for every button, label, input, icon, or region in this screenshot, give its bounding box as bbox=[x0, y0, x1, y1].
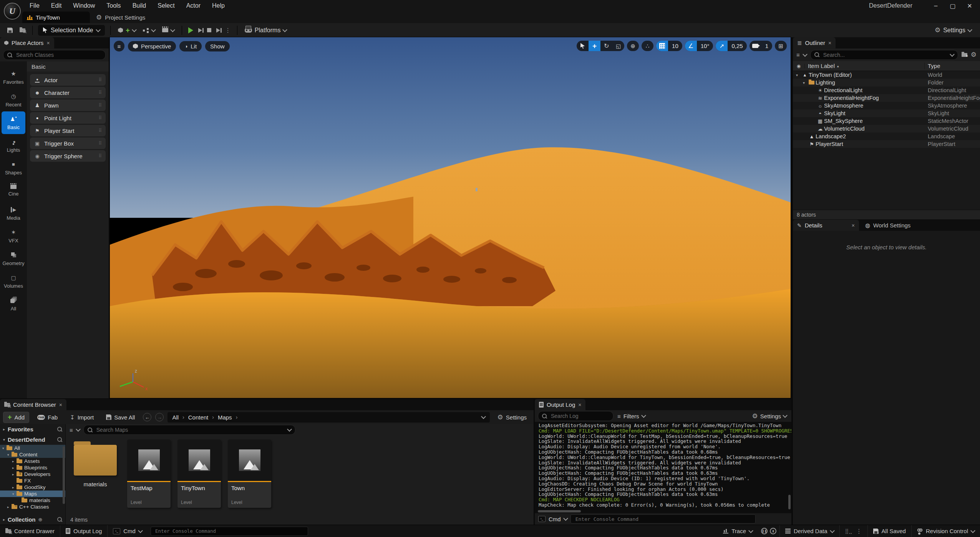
visibility-column-header[interactable]: ◉ bbox=[793, 64, 805, 68]
trace-pause-icon[interactable]: ❚❚ bbox=[761, 528, 768, 534]
breadcrumb-item[interactable]: All › bbox=[172, 414, 184, 421]
expander-icon[interactable] bbox=[12, 459, 17, 463]
close-icon[interactable]: × bbox=[852, 223, 855, 228]
back-icon[interactable]: ← bbox=[143, 413, 151, 421]
chevron-down-icon[interactable] bbox=[563, 516, 568, 521]
log-output[interactable]: LogAssetEditorSubsystem: Opening Asset e… bbox=[535, 422, 791, 513]
folder-tree-item[interactable]: Developers bbox=[0, 471, 65, 477]
search-classes-field[interactable] bbox=[15, 51, 101, 58]
search-log-input[interactable] bbox=[538, 411, 614, 421]
outliner-filter-icon[interactable]: ≡ bbox=[796, 52, 800, 58]
search-classes-input[interactable] bbox=[3, 50, 106, 60]
outliner-row[interactable]: TinyTown (Editor) World bbox=[793, 71, 980, 79]
search-icon[interactable] bbox=[57, 427, 62, 432]
outliner-row[interactable]: VolumetricCloud VolumetricCloud bbox=[793, 125, 980, 133]
drag-handle-icon[interactable]: ⠿ bbox=[98, 103, 102, 108]
drag-handle-icon[interactable]: ⠿ bbox=[98, 128, 102, 133]
details-tab[interactable]: ✎ Details × bbox=[793, 220, 859, 231]
category-item[interactable]: VFX bbox=[2, 225, 25, 247]
favorites-section-header[interactable]: ▸ Favorites bbox=[0, 424, 65, 434]
outliner-row[interactable]: Landscape2 Landscape bbox=[793, 133, 980, 140]
search-assets-field[interactable] bbox=[96, 426, 285, 433]
folder-tree-item[interactable]: Maps bbox=[0, 491, 65, 497]
content-drawer-button[interactable]: Content Drawer bbox=[0, 525, 60, 537]
blueprints-dropdown[interactable] bbox=[139, 25, 159, 36]
outliner-search-input[interactable] bbox=[810, 50, 958, 60]
menu-item[interactable]: Select bbox=[152, 0, 180, 12]
chevron-down-icon[interactable] bbox=[950, 52, 955, 57]
project-section-header[interactable]: ▾ DesertDefend bbox=[0, 434, 65, 445]
camera-speed-control[interactable]: 1 bbox=[750, 41, 772, 51]
folder-tree-item[interactable]: GoodSky bbox=[0, 484, 65, 491]
menu-item[interactable]: Help bbox=[206, 0, 230, 12]
outliner-row[interactable]: ExponentialHeightFog ExponentialHeightFo… bbox=[793, 94, 980, 102]
import-button[interactable]: ↧ Import bbox=[66, 412, 98, 423]
world-settings-tab[interactable]: ◍ World Settings bbox=[859, 219, 917, 231]
status-console-field[interactable] bbox=[154, 528, 304, 534]
placeable-actor-item[interactable]: Player Start ⠿ bbox=[30, 125, 106, 136]
category-item[interactable]: All bbox=[2, 293, 25, 315]
new-folder-icon[interactable] bbox=[962, 53, 967, 57]
folder-tree-item[interactable]: All bbox=[0, 445, 65, 451]
level-viewport[interactable]: ≡ Perspective ◑ Lit Show + ↻ ◱ ⊕ ∴ bbox=[110, 37, 791, 398]
save-button[interactable] bbox=[4, 25, 16, 36]
add-button[interactable]: + Add bbox=[3, 412, 29, 423]
folder-tree-item[interactable]: Blueprints bbox=[0, 464, 65, 471]
level-asset-card[interactable]: TinyTown Level bbox=[177, 439, 221, 508]
Town[interactable]: Town Town Level bbox=[228, 439, 271, 508]
log-filters-dropdown[interactable]: ≡ Filters bbox=[617, 413, 645, 419]
content-browser-settings-dropdown[interactable]: ⚙ Settings bbox=[494, 414, 531, 421]
expander-icon[interactable] bbox=[12, 466, 17, 470]
category-item[interactable]: Media bbox=[2, 202, 25, 225]
perspective-dropdown[interactable]: Perspective bbox=[128, 41, 176, 51]
search-assets-input[interactable] bbox=[83, 425, 295, 435]
collection-section-header[interactable]: ▸ Collection ⊕ bbox=[0, 514, 65, 525]
close-icon[interactable]: × bbox=[578, 402, 581, 408]
rotation-snap-value[interactable]: 10° bbox=[697, 41, 713, 51]
placeable-actor-item[interactable]: Trigger Sphere ⠿ bbox=[30, 150, 106, 162]
placeable-actor-item[interactable]: Trigger Box ⠿ bbox=[30, 138, 106, 149]
outliner-row[interactable]: Lighting Folder bbox=[793, 79, 980, 86]
materials[interactable]: materials materials folder bbox=[70, 439, 120, 487]
grid-snap-control[interactable]: 10 bbox=[656, 41, 682, 51]
eject-button[interactable] bbox=[216, 28, 220, 33]
level-asset-card[interactable]: Town Level bbox=[228, 439, 271, 508]
expander-icon[interactable]: ▸ bbox=[3, 517, 5, 522]
expander-icon[interactable]: ▾ bbox=[3, 438, 5, 442]
breadcrumb-item[interactable]: Maps › bbox=[218, 414, 237, 421]
placeable-actor-item[interactable]: Pawn ⠿ bbox=[30, 99, 106, 111]
breadcrumb-label[interactable]: Content bbox=[188, 414, 209, 421]
folder-tree-item[interactable]: Assets bbox=[0, 458, 65, 464]
placeable-actor-item[interactable]: Actor ⠿ bbox=[30, 74, 106, 86]
grid-snap-value[interactable]: 10 bbox=[668, 41, 682, 51]
trace-dropdown[interactable]: Trace bbox=[718, 525, 758, 537]
scale-snap-value[interactable]: 0,25 bbox=[728, 41, 746, 51]
frame-skip-button[interactable] bbox=[198, 28, 202, 33]
place-actors-tab[interactable]: Place Actors × bbox=[0, 37, 54, 48]
background-tasks[interactable]: ⣿⣀ ⋮ bbox=[840, 525, 867, 537]
scale-snap-control[interactable]: ↗ 0,25 bbox=[716, 41, 746, 51]
breadcrumb-label[interactable]: All bbox=[172, 414, 179, 421]
expander-icon[interactable] bbox=[796, 73, 801, 77]
close-icon[interactable]: × bbox=[828, 40, 831, 46]
forward-icon[interactable]: → bbox=[155, 413, 164, 421]
all-saved-button[interactable]: ✓ All Saved bbox=[868, 525, 911, 537]
outliner-row[interactable]: PlayerStart PlayerStart bbox=[793, 140, 980, 148]
outliner-search-field[interactable] bbox=[822, 51, 947, 58]
tree-scrollbar[interactable] bbox=[63, 446, 65, 504]
more-options-icon[interactable]: ⋮ bbox=[856, 528, 862, 534]
folder-asset[interactable]: materials bbox=[70, 439, 120, 487]
select-tool-button[interactable] bbox=[577, 41, 589, 51]
cinematics-dropdown[interactable] bbox=[159, 25, 178, 36]
world-local-toggle[interactable]: ⊕ bbox=[627, 41, 639, 51]
outliner-row[interactable]: SkyAtmosphere SkyAtmosphere bbox=[793, 102, 980, 109]
maximize-viewport-button[interactable]: ⊞ bbox=[775, 41, 787, 51]
play-button[interactable] bbox=[188, 27, 193, 33]
scale-tool-button[interactable]: ◱ bbox=[612, 41, 624, 51]
category-item[interactable]: Cine bbox=[2, 179, 25, 202]
drag-handle-icon[interactable]: ⠿ bbox=[98, 77, 102, 83]
vertical-scrollbar[interactable] bbox=[788, 495, 791, 509]
breadcrumb-item[interactable]: Content › bbox=[188, 414, 214, 421]
close-icon[interactable]: × bbox=[59, 402, 62, 408]
close-button[interactable]: ✕ bbox=[963, 1, 976, 11]
